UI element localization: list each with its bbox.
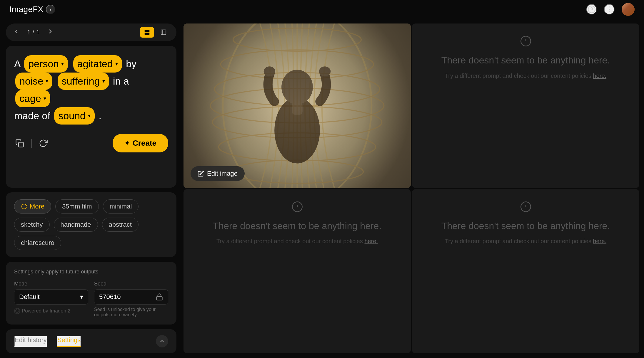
copy-button[interactable] xyxy=(14,138,25,149)
seed-note: Seed is unlocked to give your outputs mo… xyxy=(94,307,168,317)
single-view-button[interactable] xyxy=(156,27,171,38)
empty-cell-3: There doesn't seem to be anything here. … xyxy=(183,189,411,258)
prev-page-button[interactable] xyxy=(12,27,21,38)
powered-info-icon: ⓘ xyxy=(14,308,20,314)
view-toggle xyxy=(140,27,171,38)
grid-view-button[interactable] xyxy=(140,27,154,38)
prompt-in-a: in a xyxy=(113,75,129,87)
edit-image-button[interactable]: Edit image xyxy=(191,166,245,181)
seed-label: Seed xyxy=(94,281,168,287)
chip-label-agitated: agitated xyxy=(77,56,113,71)
style-chip-chiaroscuro[interactable]: chiaroscuro xyxy=(14,236,61,250)
image-cell-1: Edit image xyxy=(183,23,411,188)
prompt-chip-person[interactable]: person ▾ xyxy=(24,55,68,73)
svg-rect-9 xyxy=(161,30,166,35)
create-button[interactable]: ✦ Create xyxy=(113,134,168,152)
empty-info-icon-4 xyxy=(520,201,532,215)
prev-icon xyxy=(13,28,20,35)
svg-rect-27 xyxy=(183,23,411,188)
chip-arrow-cage: ▾ xyxy=(44,95,46,102)
prompt-by: by xyxy=(126,58,136,69)
mode-value: Default xyxy=(19,293,40,301)
style-label-minimal: minimal xyxy=(110,203,132,210)
seed-input[interactable]: 570610 xyxy=(94,289,168,305)
chip-arrow-agitated: ▾ xyxy=(115,60,118,68)
empty-link-3[interactable]: here. xyxy=(365,238,378,244)
mode-dropdown-icon: ▾ xyxy=(80,293,83,301)
style-label-abstract: abstract xyxy=(109,221,132,228)
empty-subtitle-3: Try a different prompt and check out our… xyxy=(216,237,378,246)
page-indicator: 1 / 1 xyxy=(27,28,40,36)
header-actions xyxy=(586,3,635,16)
refresh-icon xyxy=(39,139,48,148)
prompt-period: . xyxy=(99,110,101,121)
action-icons-group xyxy=(14,138,49,149)
pagination-bar: 1 / 1 xyxy=(6,23,176,41)
chip-label-cage: cage xyxy=(19,91,41,106)
action-divider xyxy=(31,139,32,148)
svg-rect-5 xyxy=(145,30,147,32)
expand-icon xyxy=(159,338,165,344)
edit-history-tab[interactable]: Edit history xyxy=(14,336,47,347)
powered-by-text: Powered by Imagen 2 xyxy=(22,308,70,314)
settings-tab[interactable]: Settings xyxy=(57,336,81,347)
bottom-tabs: Edit history Settings xyxy=(6,329,176,353)
seed-value: 570610 xyxy=(99,293,121,301)
powered-by: ⓘ Powered by Imagen 2 xyxy=(14,308,88,314)
empty-link-2[interactable]: here. xyxy=(593,73,607,79)
prompt-chip-suffering[interactable]: suffering ▾ xyxy=(58,73,109,90)
svg-rect-12 xyxy=(156,297,162,300)
avatar-image xyxy=(622,3,635,16)
copy-icon xyxy=(15,139,24,148)
empty-info-icon-2 xyxy=(520,35,532,50)
chip-label-person: person xyxy=(28,56,59,71)
prompt-chip-noise[interactable]: noise ▾ xyxy=(15,73,52,90)
prompt-chip-agitated[interactable]: agitated ▾ xyxy=(73,55,122,73)
style-chip-sketchy[interactable]: sketchy xyxy=(14,218,50,232)
empty-cell-2: There doesn't seem to be anything here. … xyxy=(412,23,639,92)
help-icon xyxy=(588,5,596,14)
app-version-dropdown[interactable]: ▾ xyxy=(46,5,55,14)
create-button-label: Create xyxy=(133,139,156,148)
style-chip-minimal[interactable]: minimal xyxy=(103,199,139,214)
style-chips-panel: More 35mm film minimal sketchy handmade … xyxy=(6,192,176,257)
style-label-handmade: handmade xyxy=(61,221,91,228)
empty-subtitle-text-2: Try a different prompt and check out our… xyxy=(445,73,593,79)
image-cell-2: There doesn't seem to be anything here. … xyxy=(412,23,639,188)
user-avatar[interactable] xyxy=(622,3,635,16)
left-panel: 1 / 1 xyxy=(0,19,182,358)
more-menu-button[interactable] xyxy=(604,4,615,15)
expand-button[interactable] xyxy=(156,335,168,347)
empty-info-icon-3 xyxy=(291,201,303,215)
style-chip-35mm[interactable]: 35mm film xyxy=(55,199,99,214)
help-button[interactable] xyxy=(586,4,597,15)
app-logo-area: ImageFX ▾ xyxy=(9,5,55,14)
mode-select[interactable]: Default ▾ xyxy=(14,289,88,305)
settings-note: Settings only apply to future outputs xyxy=(14,269,168,275)
style-label-35mm: 35mm film xyxy=(62,203,92,210)
create-star-icon: ✦ xyxy=(124,139,130,147)
chip-arrow-noise: ▾ xyxy=(46,77,48,85)
main-content: 1 / 1 xyxy=(0,19,644,358)
grid-icon xyxy=(144,29,150,36)
style-label-chiaroscuro: chiaroscuro xyxy=(21,239,54,247)
style-chip-handmade[interactable]: handmade xyxy=(54,218,98,232)
more-vertical-icon xyxy=(605,5,613,14)
prompt-chip-sound[interactable]: sound ▾ xyxy=(54,107,95,125)
empty-title-4: There doesn't seem to be anything here. xyxy=(441,220,610,232)
mode-field: Mode Default ▾ ⓘ Powered by Imagen 2 xyxy=(14,281,88,314)
seed-lock-icon xyxy=(156,293,163,301)
prompt-display: A person ▾ agitated ▾ by noise ▾ xyxy=(14,55,168,125)
empty-link-4[interactable]: here. xyxy=(593,238,607,244)
more-styles-button[interactable]: More xyxy=(14,199,51,214)
refresh-button[interactable] xyxy=(38,138,49,149)
single-view-icon xyxy=(160,29,167,36)
empty-cell-4: There doesn't seem to be anything here. … xyxy=(412,189,639,258)
image-grid: Edit image There doesn't seem to be anyt… xyxy=(182,19,644,358)
style-label-sketchy: sketchy xyxy=(21,221,43,228)
next-page-button[interactable] xyxy=(46,27,55,38)
pagination-nav: 1 / 1 xyxy=(12,27,55,38)
style-chip-abstract[interactable]: abstract xyxy=(102,218,139,232)
prompt-chip-cage[interactable]: cage ▾ xyxy=(15,90,50,107)
edit-pencil-icon xyxy=(198,170,204,177)
